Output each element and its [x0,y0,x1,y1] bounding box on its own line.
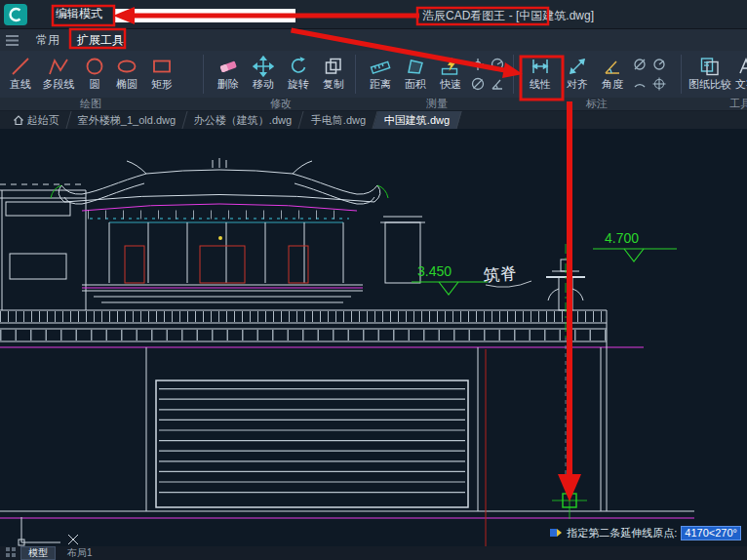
aligned-dimension-tool[interactable]: 对齐 [560,52,595,97]
rectangle-tool[interactable]: 矩形 [144,52,179,97]
group-modify: 删除 移动 旋转 复制 [211,52,351,97]
erase-tool[interactable]: 删除 [211,52,246,97]
drawing-canvas[interactable]: 4.700 3.450 筑脊 指定第二条延伸线原点: 4170<270° [0,129,747,546]
radius-measure-icon[interactable] [488,55,507,74]
line-icon [10,55,31,78]
model-tab[interactable]: 模型 [20,546,56,560]
radius-dimension-icon[interactable] [649,55,669,74]
group-label-tools: 工具 [729,98,747,110]
angle-dimension-tool[interactable]: 角度 [595,52,630,97]
dynamic-input-icon [549,526,563,540]
coordinate-icon[interactable] [468,55,488,74]
document-tab-bar: 起始页 室外楼梯_1_old.dwg 办公楼（建筑）.dwg 手电筒.dwg 中… [0,111,747,129]
drawing-compare-tool[interactable]: 图纸比较 [688,52,731,97]
cad-application-window: 编辑模式 浩辰CAD看图王 - [中国建筑.dwg] 常用 扩展工具 直线 多段… [0,0,747,560]
group-label-dims: 标注 [586,98,608,110]
circle-icon [84,55,105,78]
group-label-modify: 修改 [270,98,292,110]
group-label-draw: 绘图 [80,98,101,110]
linear-dimension-tool[interactable]: 线性 [521,52,560,97]
ellipse-icon [116,55,138,78]
copy-tool[interactable]: 复制 [316,52,351,97]
move-tool[interactable]: 移动 [246,52,281,97]
diameter-measure-icon[interactable] [468,74,488,94]
doc-tab-stairs[interactable]: 室外楼梯_1_old.dwg [66,111,187,129]
rotate-tool[interactable]: 旋转 [281,52,316,97]
group-measure: 距离 面积 快速 [363,52,507,97]
cad-drawing: 4.700 3.450 筑脊 [0,129,747,546]
rotate-icon [288,55,309,78]
diameter-dimension-icon[interactable] [630,55,649,74]
elevation-value-left: 3.450 [417,263,452,279]
drawing-compare-icon [699,55,721,78]
edit-mode-label[interactable]: 编辑模式 [52,4,106,24]
distance-tool[interactable]: 距离 [363,52,398,97]
grid-icon [6,547,16,559]
polyline-tool[interactable]: 多段线 [37,52,80,97]
group-draw: 直线 多段线 圆 椭圆 矩形 [4,52,179,97]
area-icon [405,55,426,78]
dimension-extra-tools [630,55,669,94]
window-title: 浩辰CAD看图王 - [中国建筑.dwg] [422,8,594,24]
layout-tab-bar: 模型 布局1 [0,546,747,560]
rectangle-icon [151,55,173,78]
linear-dimension-icon [530,55,551,78]
ellipse-tool[interactable]: 椭圆 [109,52,144,97]
measure-extra-tools [468,55,507,94]
ruler-icon [370,55,391,78]
ribbon: 直线 多段线 圆 椭圆 矩形 删除 [0,51,747,98]
text-tool[interactable]: 文字 [731,52,747,97]
doc-tab-flashlight[interactable]: 手电筒.dwg [299,111,377,129]
group-label-measure: 测量 [426,98,448,110]
group-dimension: 线性 对齐 角度 [521,52,669,97]
angle-measure-icon[interactable] [488,74,507,94]
ribbon-group-labels: 绘图 修改 测量 标注 工具 [0,98,747,111]
quick-measure-icon [440,55,461,78]
tab-home[interactable]: 常用 [27,29,68,52]
line-tool[interactable]: 直线 [4,52,37,97]
text-icon [735,55,747,78]
tab-extended-tools[interactable]: 扩展工具 [68,29,133,52]
group-tools: 图纸比较 文字 [688,52,747,97]
doc-tab-start-page[interactable]: 起始页 [1,111,71,129]
snap-marker [552,484,587,519]
ribbon-tab-row: 常用 扩展工具 [0,29,747,51]
aligned-dimension-icon [567,55,588,78]
menu-icon[interactable] [6,33,21,47]
angle-dimension-icon [602,55,623,78]
quick-measure-tool[interactable]: 快速 [433,52,468,97]
layout1-tab[interactable]: 布局1 [60,547,99,559]
polyline-icon [48,55,69,78]
eraser-icon [217,55,239,78]
title-bar: 编辑模式 浩辰CAD看图王 - [中国建筑.dwg] [0,0,747,29]
elevation-value-right: 4.700 [605,230,639,246]
app-logo-icon[interactable] [3,3,28,26]
circle-tool[interactable]: 圆 [80,52,109,97]
doc-tab-china-architecture[interactable]: 中国建筑.dwg [373,111,461,129]
home-icon [13,114,24,126]
area-tool[interactable]: 面积 [398,52,433,97]
arc-length-icon[interactable] [630,74,649,94]
doc-tab-office[interactable]: 办公楼（建筑）.dwg [183,111,304,129]
ridge-annotation-text: 筑脊 [483,264,517,285]
command-prompt[interactable]: 指定第二条延伸线原点: 4170<270° [549,526,741,540]
prompt-text: 指定第二条延伸线原点: [567,526,677,540]
move-icon [253,55,274,78]
center-mark-icon[interactable] [649,74,669,94]
coordinate-input[interactable]: 4170<270° [681,526,741,540]
copy-icon [323,55,344,78]
